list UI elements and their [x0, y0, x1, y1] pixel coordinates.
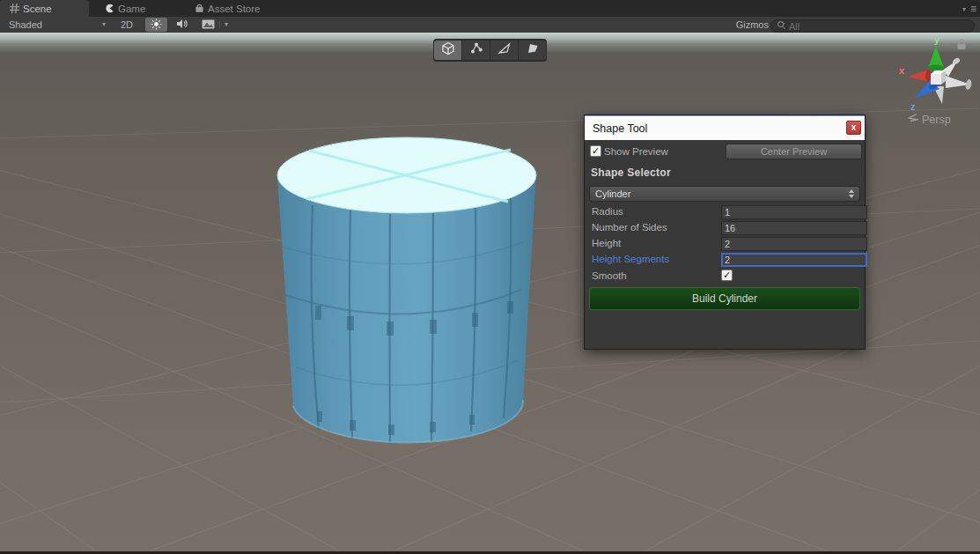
center-preview-label: Center Preview: [761, 146, 827, 157]
show-preview-checkbox[interactable]: [590, 145, 601, 157]
shading-mode-dropdown[interactable]: Shaded ▾: [4, 18, 111, 32]
object-mode-button[interactable]: [434, 41, 461, 60]
number-of-sides-label: Number of Sides: [592, 222, 667, 233]
audio-toggle-button[interactable]: [171, 18, 193, 32]
axis-y-label[interactable]: y: [934, 35, 940, 45]
height-segments-input[interactable]: [721, 253, 867, 267]
chevron-down-icon: ▾: [102, 21, 106, 28]
shading-mode-label: Shaded: [9, 19, 42, 30]
build-cylinder-button[interactable]: Build Cylinder: [589, 287, 860, 310]
2d-toggle-label: 2D: [121, 19, 133, 30]
shape-tool-window: Shape Tool x Show Preview Center Preview…: [584, 114, 866, 350]
chevron-down-icon: ▾: [219, 21, 228, 28]
unity-editor: Scene Game Asset Store ▾ ≡ Shaded ▾: [0, 0, 980, 554]
image-icon: [202, 19, 215, 31]
show-preview-label: Show Preview: [604, 146, 668, 157]
number-of-sides-input[interactable]: [721, 221, 867, 235]
effects-dropdown-button[interactable]: ▾: [197, 18, 232, 32]
window-dropdown-icon[interactable]: ▾: [962, 5, 966, 13]
scene-search-input[interactable]: All: [770, 19, 975, 33]
scene-viewport[interactable]: y x z Persp Shape Tool x: [0, 33, 980, 554]
scene-grid-icon: [9, 4, 19, 14]
popup-arrows-icon: [849, 189, 854, 198]
center-preview-button[interactable]: Center Preview: [726, 144, 862, 159]
game-icon: [104, 4, 114, 14]
smooth-row: Smooth: [585, 270, 865, 284]
height-row: Height: [585, 237, 865, 251]
axis-z-label[interactable]: z: [910, 101, 916, 112]
shape-tool-titlebar[interactable]: Shape Tool x: [585, 115, 865, 140]
tab-asset-store-label: Asset Store: [208, 4, 260, 14]
shape-selector-dropdown[interactable]: Cylinder: [589, 186, 860, 202]
tab-scene-label: Scene: [23, 4, 52, 14]
face-icon: [526, 41, 540, 59]
2d-toggle-button[interactable]: 2D: [116, 18, 137, 32]
close-icon: x: [851, 123, 857, 132]
height-segments-row: Height Segments: [585, 253, 865, 267]
window-menu-icon[interactable]: ≡: [970, 3, 976, 15]
close-button[interactable]: x: [846, 121, 861, 135]
tab-bar: Scene Game Asset Store ▾ ≡: [0, 0, 980, 17]
asset-store-icon: [194, 4, 204, 14]
height-input[interactable]: [721, 237, 867, 251]
search-icon: [777, 20, 786, 32]
tab-asset-store[interactable]: Asset Store: [185, 0, 282, 17]
height-label: Height: [592, 238, 621, 248]
vertex-icon: [469, 41, 483, 59]
number-of-sides-row: Number of Sides: [585, 221, 865, 235]
edge-mode-button[interactable]: [490, 41, 518, 60]
radius-row: Radius: [585, 205, 865, 219]
tab-game-label: Game: [118, 4, 145, 14]
sun-icon: [151, 18, 162, 32]
scene-toolbar: Shaded ▾ 2D: [0, 17, 980, 33]
radius-label: Radius: [592, 206, 623, 217]
speaker-icon: [176, 18, 188, 31]
radius-input[interactable]: [721, 205, 867, 219]
smooth-checkbox[interactable]: [721, 270, 733, 281]
perspective-arrow-icon: [907, 113, 919, 126]
gizmos-label: Gizmos: [736, 19, 769, 30]
show-preview-row: Show Preview Center Preview: [585, 144, 865, 160]
tab-scene[interactable]: Scene: [0, 0, 89, 17]
shape-selector-heading: Shape Selector: [591, 166, 671, 179]
edge-icon: [497, 41, 512, 59]
build-cylinder-label: Build Cylinder: [692, 292, 757, 305]
lighting-toggle-button[interactable]: [145, 18, 167, 32]
shape-tool-title: Shape Tool: [593, 122, 647, 135]
search-value: All: [789, 21, 799, 32]
probuilder-mode-toolbar: [433, 39, 547, 62]
lock-icon[interactable]: [956, 38, 967, 54]
axis-x-label[interactable]: x: [899, 65, 905, 76]
vertex-mode-button[interactable]: [462, 41, 490, 60]
perspective-label: Persp: [922, 114, 951, 126]
face-mode-button[interactable]: [519, 41, 546, 60]
cube-icon: [441, 41, 455, 59]
perspective-toggle[interactable]: Persp: [907, 113, 951, 126]
smooth-label: Smooth: [592, 270, 627, 281]
shape-selector-value: Cylinder: [595, 188, 630, 199]
height-segments-label: Height Segments: [592, 254, 669, 264]
tab-game[interactable]: Game: [95, 0, 173, 17]
